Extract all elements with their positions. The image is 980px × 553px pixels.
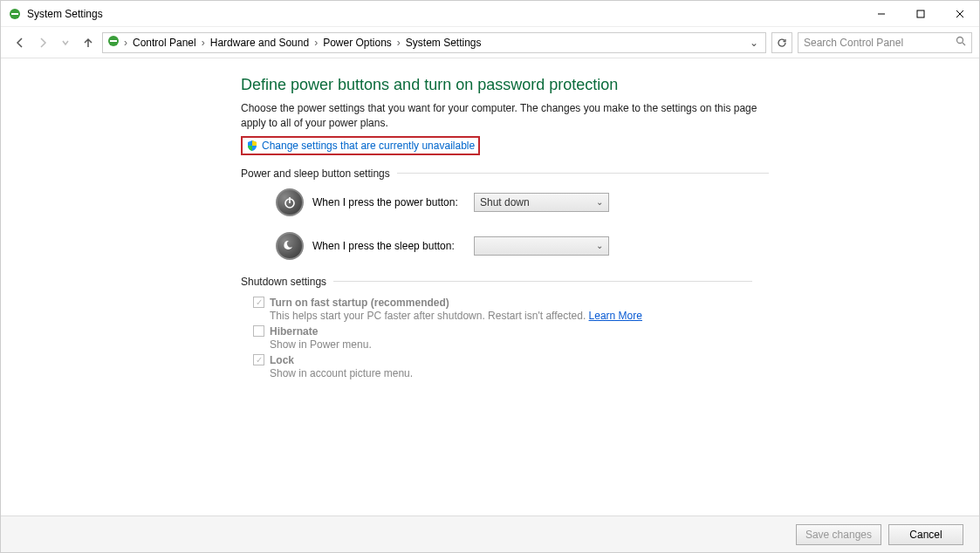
forward-button[interactable] (34, 34, 51, 51)
address-bar[interactable]: › Control Panel › Hardware and Sound › P… (102, 32, 766, 53)
save-button[interactable]: Save changes (796, 524, 881, 545)
shutdown-item-hibernate: Hibernate Show in Power menu. (253, 325, 769, 351)
checkbox-fast-startup[interactable] (253, 297, 264, 308)
checkbox-hibernate[interactable] (253, 325, 264, 337)
section-divider (333, 281, 752, 282)
checkbox-lock[interactable] (253, 354, 264, 365)
app-icon (8, 7, 22, 21)
learn-more-link[interactable]: Learn More (589, 310, 642, 322)
minimize-button[interactable] (861, 1, 901, 26)
checkbox-label: Turn on fast startup (recommended) (270, 297, 449, 309)
sleep-button-select[interactable]: ⌄ (474, 236, 609, 256)
select-value: Shut down (480, 196, 530, 208)
svg-point-8 (957, 38, 963, 44)
power-button-select[interactable]: Shut down ⌄ (474, 193, 609, 212)
navigation-bar: › Control Panel › Hardware and Sound › P… (1, 27, 979, 58)
page-heading: Define power buttons and turn on passwor… (241, 76, 769, 94)
breadcrumb-item[interactable]: Power Options (321, 37, 394, 49)
desc-text: This helps start your PC faster after sh… (270, 310, 589, 322)
breadcrumb-item[interactable]: Control Panel (131, 37, 198, 49)
svg-rect-3 (917, 10, 924, 17)
content-area: Define power buttons and turn on passwor… (1, 58, 979, 552)
svg-rect-1 (11, 13, 18, 15)
window-title: System Settings (27, 8, 861, 20)
chevron-down-icon: ⌄ (596, 197, 603, 207)
location-icon (106, 34, 120, 51)
power-button-row: When I press the power button: Shut down… (276, 188, 769, 216)
checkbox-label: Lock (270, 354, 294, 366)
section-header-shutdown: Shutdown settings (241, 276, 769, 288)
section-label: Power and sleep button settings (241, 167, 397, 180)
breadcrumb-sep: › (312, 37, 319, 49)
checkbox-description: This helps start your PC faster after sh… (270, 310, 769, 322)
shutdown-item-lock: Lock Show in account picture menu. (253, 354, 769, 379)
section-label: Shutdown settings (241, 276, 333, 288)
cancel-button[interactable]: Cancel (888, 524, 963, 545)
recent-dropdown[interactable] (57, 34, 74, 51)
change-settings-link[interactable]: Change settings that are currently unava… (262, 140, 475, 152)
address-dropdown[interactable]: ⌄ (746, 37, 762, 49)
main-panel: Define power buttons and turn on passwor… (1, 58, 769, 515)
back-button[interactable] (11, 34, 29, 51)
section-header-power: Power and sleep button settings (241, 167, 769, 180)
page-description: Choose the power settings that you want … (241, 101, 764, 131)
power-icon (276, 188, 304, 216)
breadcrumb-sep: › (200, 37, 207, 49)
search-box[interactable] (798, 32, 972, 53)
breadcrumb-sep: › (395, 37, 402, 49)
search-icon (956, 36, 966, 49)
section-divider (397, 173, 769, 174)
footer-bar: Save changes Cancel (1, 515, 979, 552)
search-input[interactable] (804, 37, 956, 49)
shield-icon (246, 140, 258, 152)
up-button[interactable] (79, 34, 97, 51)
maximize-button[interactable] (901, 1, 940, 26)
shutdown-item-fast-startup: Turn on fast startup (recommended) This … (253, 297, 769, 322)
breadcrumb-sep: › (122, 37, 129, 49)
close-button[interactable] (940, 1, 979, 26)
sleep-icon (276, 232, 304, 260)
refresh-button[interactable] (771, 32, 792, 53)
change-settings-link-row: Change settings that are currently unava… (241, 136, 480, 155)
power-button-label: When I press the power button: (312, 196, 465, 208)
sleep-button-row: When I press the sleep button: ⌄ (276, 232, 769, 260)
checkbox-description: Show in Power menu. (270, 338, 769, 351)
breadcrumb-item[interactable]: System Settings (404, 37, 483, 49)
checkbox-label: Hibernate (270, 325, 318, 338)
svg-rect-7 (110, 40, 117, 42)
titlebar: System Settings (1, 1, 979, 27)
breadcrumb-item[interactable]: Hardware and Sound (209, 37, 311, 49)
sleep-button-label: When I press the sleep button: (312, 240, 465, 252)
chevron-down-icon: ⌄ (596, 241, 603, 250)
svg-line-9 (963, 43, 965, 45)
window-controls (861, 1, 979, 26)
checkbox-description: Show in account picture menu. (270, 367, 769, 379)
